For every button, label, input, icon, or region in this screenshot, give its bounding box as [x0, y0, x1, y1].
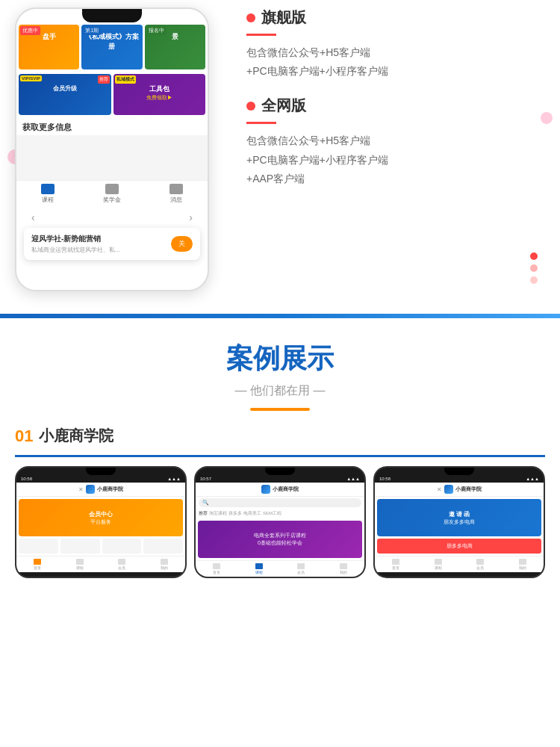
tab-scholarship[interactable]: 奖学金: [103, 184, 121, 204]
right-content: 旗舰版 包含微信公众号+H5客户端+PC电脑客户端+小程序客户端 全网版 包含微…: [239, 0, 560, 299]
status-icons-3: ▲▲▲: [526, 477, 539, 481]
full-header: 全网版: [246, 96, 545, 116]
pst-member-icon-1: [118, 559, 125, 565]
company-block-1: 01 小鹿商学院 10:58 ▲▲▲ ✕ 小鹿商学院 会员中: [0, 426, 560, 593]
case-underline: [250, 408, 310, 411]
pst-mine-label-3: 我的: [519, 565, 526, 570]
case-main-title: 案例展示: [0, 341, 560, 377]
pst-course-label-2: 课程: [255, 570, 263, 574]
status-time-2: 10:57: [200, 477, 211, 481]
phone-small-2: 10:57 ▲▲▲ 小鹿商学院 🔍 推荐 淘宝课程 拼多多: [194, 466, 366, 578]
pst-member-label-1: 会员: [118, 565, 125, 570]
banner-item-2: 第1期 《私域模式》方案册: [81, 25, 142, 69]
phone-logo-2: [261, 485, 270, 494]
banner-item-1: 优惠中 盘手: [19, 25, 79, 69]
pst-member-icon-2: [297, 563, 305, 569]
pst-mine-3: 我的: [519, 559, 526, 570]
phone-mockup: 优惠中 盘手 第1期 《私域模式》方案册 报名中 景 VIP/SVI: [15, 7, 209, 291]
pst-member-icon-3: [476, 559, 484, 565]
banner-tag-2: 第1期: [83, 26, 101, 35]
phone-small-tabs-3: 首页 课程 会员 我的: [375, 556, 544, 572]
full-title: 全网版: [261, 96, 306, 116]
pst-home-icon-1: [34, 559, 41, 565]
scholarship-icon: [105, 184, 119, 194]
phone-notch: [82, 9, 142, 22]
pst-course-icon-1: [76, 559, 84, 565]
notif-title: 迎风学社-新势能营销: [31, 234, 165, 244]
notification-button[interactable]: 关: [171, 236, 193, 252]
phone-small-1: 10:58 ▲▲▲ ✕ 小鹿商学院 会员中心平台服务: [15, 466, 187, 578]
phone-content-display-1: 会员中心平台服务: [19, 499, 183, 536]
phone-content-2: 电商全套系列千店课程0基础也能轻松学会: [196, 518, 364, 560]
pst-mine-icon-1: [161, 559, 168, 565]
course-icon: [41, 184, 55, 194]
phone-content-3: 邀 请 函朋友多多电商 朋多多电商: [375, 497, 544, 556]
pst-mine-1: 我的: [161, 559, 168, 570]
phone-info-bar: 获取更多信息: [16, 117, 208, 135]
close-icon-3: ✕: [437, 486, 442, 493]
pst-course-1: 课程: [76, 559, 84, 570]
phone-small-notch-1: [86, 468, 116, 475]
phone-bottom-tabs: 课程 奖学金 消息: [16, 180, 208, 207]
status-time-3: 10:58: [379, 477, 391, 481]
second-title-2: 工具包: [113, 84, 206, 94]
pst-member-1: 会员: [118, 559, 125, 570]
prev-arrow[interactable]: ‹: [31, 211, 35, 223]
tab-scholarship-label: 奖学金: [103, 196, 121, 204]
notification-popup[interactable]: 迎风学社-新势能营销 私域商业运营就找迎风学社、私... 关: [24, 228, 200, 260]
search-bar-2: 🔍: [196, 497, 364, 509]
phone-small-status-2: 10:57 ▲▲▲: [196, 475, 364, 483]
pst-mine-label-2: 我的: [340, 570, 347, 574]
full-dot: [246, 102, 255, 111]
phone-logo-1: [86, 485, 95, 494]
pst-home-3: 首页: [392, 559, 399, 570]
pst-mine-label-1: 我的: [161, 565, 168, 570]
phone-content-1: 会员中心平台服务: [16, 497, 185, 556]
pst-home-2: 首页: [213, 563, 220, 574]
next-arrow[interactable]: ›: [189, 211, 193, 223]
info-title: 获取更多信息: [22, 122, 202, 133]
message-icon: [169, 184, 183, 194]
phone-content-display-3: 邀 请 函朋友多多电商: [377, 499, 541, 536]
phone-small-status-1: 10:58 ▲▲▲: [16, 475, 185, 483]
full-divider: [246, 122, 276, 124]
pst-course-label-1: 课程: [76, 565, 84, 570]
company-name-1: 小鹿商学院: [39, 426, 113, 446]
pst-member-label-2: 会员: [297, 570, 305, 574]
case-title-wrap: 案例展示 — 他们都在用 —: [0, 341, 560, 399]
phone-small-tabs-2: 首页 课程 会员 我的: [196, 560, 364, 577]
phone-content-display-2: 电商全套系列千店课程0基础也能轻松学会: [198, 521, 362, 558]
dot-indicator-3: [530, 276, 538, 284]
close-icon-1: ✕: [78, 486, 84, 493]
top-section: 优惠中 盘手 第1期 《私域模式》方案册 报名中 景 VIP/SVI: [0, 0, 560, 314]
tab-message[interactable]: 消息: [169, 184, 183, 204]
pst-course-label-3: 课程: [435, 565, 442, 570]
phones-row: 10:58 ▲▲▲ ✕ 小鹿商学院 会员中心平台服务: [15, 466, 545, 578]
phone-small-status-3: 10:58 ▲▲▲: [375, 475, 544, 483]
phone-second-row: VIP/SVIP 推荐 会员升级 私域模式 工具包 免费领取▶: [16, 72, 208, 117]
pst-home-label-1: 首页: [34, 565, 41, 570]
phone-logo-3: [444, 485, 453, 494]
phone-small-notch-3: [444, 468, 474, 475]
pst-mine-icon-2: [340, 563, 347, 569]
dot-indicator-2: [530, 264, 538, 272]
status-time-1: 10:58: [21, 477, 32, 481]
company-header-1: 01 小鹿商学院: [15, 426, 545, 446]
flagship-title: 旗舰版: [261, 7, 306, 28]
pst-course-icon-2: [255, 563, 263, 569]
company-num-1: 01: [15, 427, 33, 446]
flagship-dot: [246, 13, 255, 22]
vip-tag: VIP/SVIP: [20, 75, 42, 81]
version-block-full: 全网版 包含微信公众号+H5客户端+PC电脑客户端+小程序客户端+AAP客户端: [246, 96, 545, 188]
phone-small-header-1: ✕ 小鹿商学院: [16, 483, 185, 497]
private-tag: 私域模式: [115, 75, 136, 84]
second-item-1: VIP/SVIP 推荐 会员升级: [19, 74, 111, 115]
tab-course[interactable]: 课程: [41, 184, 55, 204]
case-underline-wrap: [0, 408, 560, 411]
case-subtitle: — 他们都在用 —: [0, 383, 560, 399]
tab-course-label: 课程: [42, 196, 54, 204]
pst-member-2: 会员: [297, 563, 305, 574]
version-block-flagship: 旗舰版 包含微信公众号+H5客户端+PC电脑客户端+小程序客户端: [246, 7, 545, 81]
pst-member-3: 会员: [476, 559, 484, 570]
pst-home-label-3: 首页: [392, 565, 399, 570]
